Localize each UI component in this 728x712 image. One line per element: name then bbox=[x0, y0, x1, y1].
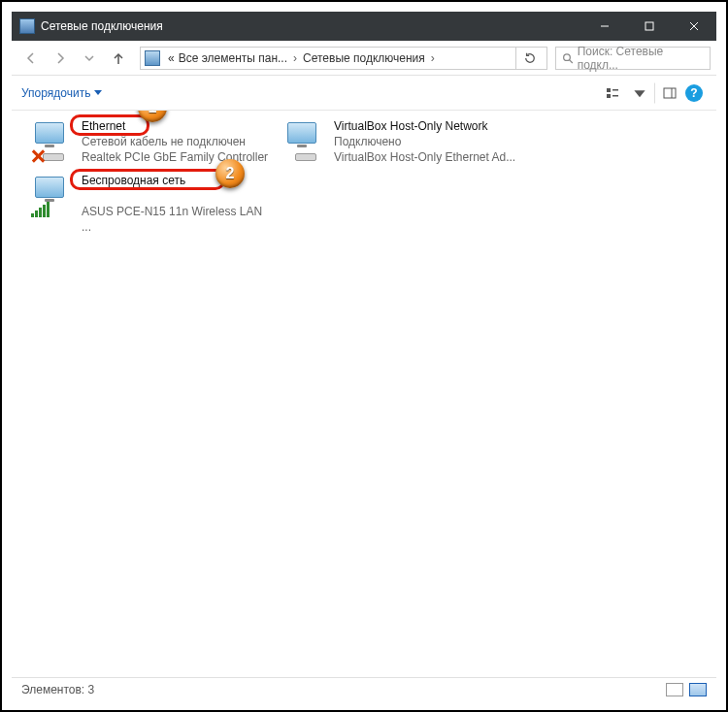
help-icon: ? bbox=[685, 84, 703, 102]
adapter-ethernet[interactable]: Ethernet Сетевой кабель не подключен Rea… bbox=[29, 118, 272, 165]
chevron-down-icon bbox=[94, 90, 102, 95]
screenshot-frame: Сетевые подключения bbox=[0, 0, 728, 712]
help-button[interactable]: ? bbox=[681, 82, 707, 104]
control-panel-icon bbox=[145, 50, 160, 66]
forward-button[interactable] bbox=[47, 45, 74, 72]
svg-line-6 bbox=[569, 59, 572, 62]
svg-point-5 bbox=[564, 53, 571, 60]
breadcrumb-2[interactable]: Сетевые подключения bbox=[301, 51, 427, 65]
view-mode-button[interactable] bbox=[600, 82, 625, 104]
toolbar: Упорядочить ? bbox=[12, 76, 716, 111]
highlight-wireless bbox=[70, 169, 225, 190]
adapter-status: Подключено bbox=[334, 134, 515, 149]
recent-dropdown[interactable] bbox=[76, 45, 103, 72]
minimize-button[interactable] bbox=[582, 12, 627, 41]
content-pane[interactable]: Ethernet Сетевой кабель не подключен Rea… bbox=[12, 111, 716, 677]
adapter-device: ASUS PCE-N15 11n Wireless LAN ... bbox=[82, 204, 272, 235]
svg-rect-12 bbox=[664, 88, 676, 98]
adapter-device: VirtualBox Host-Only Ethernet Ad... bbox=[334, 149, 515, 165]
ethernet-icon bbox=[281, 118, 328, 165]
close-button[interactable] bbox=[672, 12, 716, 41]
svg-rect-1 bbox=[645, 22, 653, 30]
tiles-view-icon[interactable] bbox=[689, 683, 707, 696]
breadcrumb-1[interactable]: Все элементы пан... bbox=[177, 51, 289, 65]
adapter-name: VirtualBox Host-Only Network bbox=[334, 118, 515, 134]
search-input[interactable]: Поиск: Сетевые подкл... bbox=[555, 47, 711, 70]
nav-row: « Все элементы пан... › Сетевые подключе… bbox=[12, 41, 716, 76]
status-bar: Элементов: 3 bbox=[12, 677, 716, 700]
highlight-ethernet bbox=[70, 114, 149, 136]
chevron-right-icon[interactable]: › bbox=[427, 51, 439, 65]
back-button[interactable] bbox=[17, 45, 45, 72]
organize-label: Упорядочить bbox=[21, 86, 90, 100]
maximize-button[interactable] bbox=[627, 12, 672, 41]
chevron-right-icon[interactable]: › bbox=[289, 51, 301, 65]
annotation-marker-2: 2 bbox=[215, 159, 245, 188]
search-placeholder: Поиск: Сетевые подкл... bbox=[578, 45, 704, 72]
titlebar: Сетевые подключения bbox=[12, 12, 716, 41]
window: Сетевые подключения bbox=[12, 12, 716, 700]
svg-rect-9 bbox=[612, 89, 618, 91]
disconnected-icon bbox=[31, 149, 45, 163]
svg-rect-8 bbox=[607, 94, 611, 98]
svg-rect-7 bbox=[607, 88, 611, 92]
svg-rect-10 bbox=[612, 95, 618, 97]
app-icon bbox=[19, 18, 35, 34]
address-bar[interactable]: « Все элементы пан... › Сетевые подключе… bbox=[140, 47, 547, 70]
crumb-prefix: « bbox=[166, 51, 177, 65]
organize-button[interactable]: Упорядочить bbox=[21, 86, 102, 100]
signal-bars-icon bbox=[31, 202, 50, 217]
ethernet-icon bbox=[29, 118, 76, 165]
adapter-status: Сетевой кабель не подключен bbox=[82, 134, 268, 149]
window-title: Сетевые подключения bbox=[41, 19, 582, 33]
adapter-virtualbox[interactable]: VirtualBox Host-Only Network Подключено … bbox=[281, 118, 524, 165]
refresh-button[interactable] bbox=[515, 47, 543, 70]
item-count: Элементов: 3 bbox=[21, 683, 94, 696]
up-button[interactable] bbox=[105, 45, 132, 72]
wifi-icon bbox=[29, 173, 76, 219]
preview-pane-button[interactable] bbox=[654, 82, 679, 104]
svg-marker-11 bbox=[634, 90, 645, 97]
details-view-icon[interactable] bbox=[666, 683, 683, 696]
view-dropdown[interactable] bbox=[627, 82, 652, 104]
adapter-status bbox=[82, 188, 272, 204]
